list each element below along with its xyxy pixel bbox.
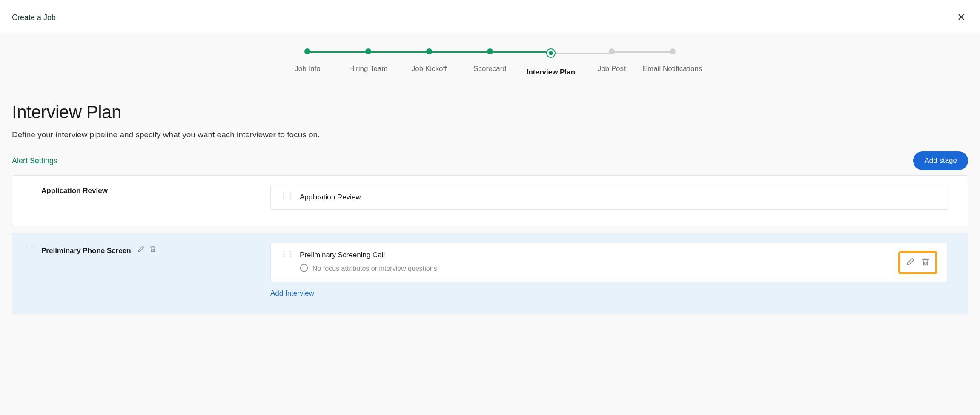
step-dot-current-icon xyxy=(546,48,556,58)
close-icon xyxy=(956,12,966,22)
stage-card: Application Review ⋮⋮ Application Review xyxy=(12,175,968,226)
step-connector xyxy=(307,51,368,53)
step-job-post[interactable]: Job Post xyxy=(581,48,642,73)
step-label: Email Notifications xyxy=(643,65,702,73)
warning-icon xyxy=(300,264,308,274)
step-connector xyxy=(551,53,612,54)
interview-warning-text: No focus attributes or interview questio… xyxy=(312,265,437,273)
delete-interview-button[interactable] xyxy=(920,256,931,269)
modal-header: Create a Job xyxy=(0,0,980,34)
stage-name: Preliminary Phone Screen xyxy=(41,247,131,255)
interview-item: ⋮⋮ Preliminary Screening Call No focus a… xyxy=(270,243,947,282)
trash-icon xyxy=(149,245,157,253)
pencil-icon xyxy=(905,257,915,267)
stage-interviews: ⋮⋮ Application Review xyxy=(270,185,947,210)
step-dot-icon xyxy=(426,48,432,54)
step-connector xyxy=(490,51,551,53)
progress-stepper: Job Info Hiring Team Job Kickoff Scoreca… xyxy=(277,48,703,77)
stage-header: ⋮⋮ Preliminary Phone Screen xyxy=(23,243,262,298)
close-button[interactable] xyxy=(954,10,968,25)
interview-title: Preliminary Screening Call xyxy=(300,251,892,259)
step-label: Hiring Team xyxy=(349,65,387,73)
add-interview-button[interactable]: Add Interview xyxy=(270,289,314,298)
stage-card: ⋮⋮ Preliminary Phone Screen ⋮⋮ Prelimina… xyxy=(12,233,968,314)
stage-name: Application Review xyxy=(41,187,108,195)
trash-icon xyxy=(921,257,930,267)
modal-body: Job Info Hiring Team Job Kickoff Scoreca… xyxy=(0,34,980,415)
step-dot-icon xyxy=(304,48,310,54)
page-title: Interview Plan xyxy=(12,102,968,122)
actions-row: Alert Settings Add stage xyxy=(12,151,968,170)
step-connector xyxy=(612,51,673,53)
step-job-info[interactable]: Job Info xyxy=(277,48,338,73)
step-connector xyxy=(429,51,490,53)
highlighted-actions xyxy=(898,251,937,274)
step-dot-icon xyxy=(487,48,493,54)
drag-handle-icon[interactable]: ⋮⋮ xyxy=(280,252,294,256)
drag-handle-icon[interactable]: ⋮⋮ xyxy=(23,246,37,250)
pencil-icon xyxy=(137,245,145,253)
edit-stage-button[interactable] xyxy=(136,244,146,255)
interview-warning: No focus attributes or interview questio… xyxy=(300,264,892,274)
step-dot-icon xyxy=(609,48,615,54)
interview-title: Application Review xyxy=(300,193,937,202)
add-stage-button[interactable]: Add stage xyxy=(913,151,968,170)
step-connector xyxy=(368,51,429,53)
drag-handle-icon[interactable]: ⋮⋮ xyxy=(280,194,294,199)
step-label: Job Post xyxy=(598,65,626,73)
stage-actions xyxy=(136,244,158,255)
step-label: Job Kickoff xyxy=(412,65,447,73)
step-label: Interview Plan xyxy=(527,68,575,77)
modal-title: Create a Job xyxy=(12,13,56,22)
page-description: Define your interview pipeline and speci… xyxy=(12,130,968,139)
step-label: Scorecard xyxy=(473,65,506,73)
step-dot-icon xyxy=(670,48,676,54)
step-label: Job Info xyxy=(295,65,321,73)
step-dot-icon xyxy=(365,48,371,54)
delete-stage-button[interactable] xyxy=(148,244,158,255)
interview-item: ⋮⋮ Application Review xyxy=(270,185,947,210)
interview-content: Application Review xyxy=(300,193,937,202)
alert-settings-link[interactable]: Alert Settings xyxy=(12,156,57,165)
stage-interviews: ⋮⋮ Preliminary Screening Call No focus a… xyxy=(270,243,947,298)
edit-interview-button[interactable] xyxy=(905,256,916,269)
stage-header: Application Review xyxy=(23,185,262,210)
interview-actions xyxy=(898,251,937,274)
interview-content: Preliminary Screening Call No focus attr… xyxy=(300,251,892,274)
